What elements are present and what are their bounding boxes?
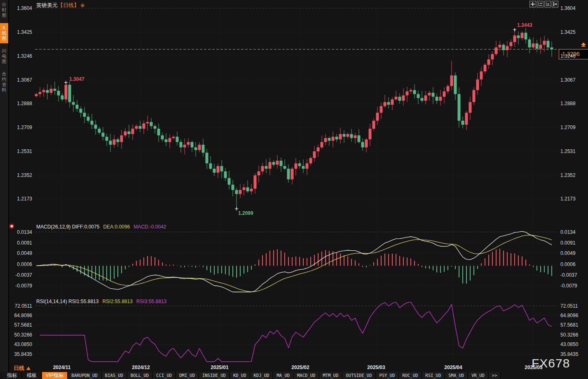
axis-tick-label: 1.2173: [560, 196, 576, 202]
axis-tick-label: 1.3246: [560, 53, 576, 59]
toolbar-button-cciud[interactable]: CCI_UD: [153, 372, 176, 379]
axis-tick-label: 1.2352: [560, 172, 576, 178]
axis-tick-label: 50.3266: [8, 332, 32, 338]
toolbar-button-biasud[interactable]: BIAS_UD: [102, 372, 127, 379]
price-extreme-label: 1.3047: [69, 76, 84, 82]
axis-tick-label: -0.0037: [8, 272, 32, 278]
toolbar-button-kdud[interactable]: KD_UD: [230, 372, 251, 379]
axis-tick-label: 1.2888: [8, 101, 32, 106]
toolbar-button-bollud[interactable]: BOLL_UD: [127, 372, 153, 379]
candlestick-chart[interactable]: [0, 0, 588, 379]
axis-tick-label: 1.3604: [560, 5, 576, 11]
axis-tick-label: 1.2888: [560, 101, 576, 106]
axis-tick-label: 0.0049: [560, 250, 576, 256]
axis-tick-label: 50.3266: [560, 332, 578, 338]
axis-tick-label: 1.2709: [560, 125, 576, 130]
toolbar-button-mtmud[interactable]: MTM_UD: [319, 372, 342, 379]
axis-tick-label: 1.3246: [8, 53, 32, 59]
toolbar-button-[interactable]: 模板: [22, 372, 42, 379]
toolbar-button-barupdnud[interactable]: BARUPDN_UD: [68, 372, 101, 379]
axis-tick-label: 1.3425: [560, 29, 576, 35]
axis-tick-label: -0.0037: [560, 272, 577, 278]
timeframe-label: 日线: [14, 365, 24, 371]
toolbar-button-insideud[interactable]: INSIDE_UD: [199, 372, 230, 379]
axis-tick-label: -0.0079: [560, 283, 577, 289]
axis-tick-label: 43.0850: [560, 341, 578, 347]
axis-tick-label: 57.5681: [8, 322, 32, 328]
axis-tick-label: 0.0006: [560, 261, 576, 267]
axis-tick-label: 35.8435: [8, 351, 32, 357]
macd-header: MACD(26,12,9) DIFF:0.0075DEA:0.0096MACD:…: [36, 224, 170, 230]
indicator-value-label: MACD(26,12,9) DIFF:0.0075: [36, 224, 99, 230]
toolbar-button-vrud[interactable]: VR_UD: [468, 372, 489, 379]
month-label: 2024/11: [47, 365, 76, 370]
toolbar-button-macdud[interactable]: MACD_UD: [294, 372, 319, 379]
toolbar-button-dmiud[interactable]: DMI_UD: [176, 372, 199, 379]
month-label: 2024/12: [127, 365, 155, 370]
axis-tick-label: -0.0079: [8, 283, 32, 289]
axis-tick-label: 1.3067: [560, 77, 576, 83]
axis-tick-label: 1.3067: [8, 77, 32, 83]
axis-tick-label: 0.0049: [8, 250, 32, 256]
month-label: 2025/03: [362, 365, 391, 370]
axis-tick-label: 1.2531: [560, 148, 576, 154]
month-label: 2025/02: [286, 365, 315, 370]
timeframe-selector[interactable]: 日线: [14, 365, 30, 372]
toolbar-button-maud[interactable]: MA_UD: [273, 372, 294, 379]
indicator-toolbar: 指标模板VIP指标BARUPDN_UDBIAS_UDBOLL_UDCCI_UDD…: [0, 372, 588, 379]
price-extreme-label: 1.2099: [238, 210, 253, 216]
toolbar-button-rsiud[interactable]: RSI_UD: [422, 372, 445, 379]
axis-tick-label: 1.2531: [8, 148, 32, 154]
axis-tick-label: 1.2173: [8, 196, 32, 202]
axis-tick-label: 72.0511: [8, 303, 32, 309]
axis-tick-label: 0.0134: [8, 229, 32, 235]
axis-tick-label: 0.0006: [8, 261, 32, 267]
indicator-value-label: RSI2:55.8813: [102, 299, 132, 304]
rsi-header: RSI(14,14,14) RSI1:55.8813RSI2:55.8813RS…: [36, 299, 170, 304]
axis-tick-label: 0.0134: [560, 229, 576, 235]
axis-tick-label: 43.0850: [8, 341, 32, 347]
month-label: 2025/01: [205, 365, 234, 370]
price-extreme-label: 1.3443: [517, 22, 532, 28]
axis-tick-label: 1.3425: [8, 29, 32, 35]
indicator-value-label: RSI3:55.8813: [136, 299, 166, 304]
axis-tick-label: 1.2352: [8, 172, 32, 178]
toolbar-button-outsideud[interactable]: OUTSIDE_UD: [342, 372, 376, 379]
timeframe-dropdown-icon: [26, 367, 30, 370]
toolbar-button-rocud[interactable]: ROC_UD: [399, 372, 422, 379]
axis-tick-label: 0.0091: [8, 240, 32, 246]
axis-tick-label: 57.5681: [560, 322, 578, 328]
indicator-value-label: DEA:0.0096: [103, 224, 130, 230]
axis-tick-label: 64.8096: [8, 313, 32, 318]
toolbar-button-[interactable]: 指标: [2, 372, 22, 379]
indicator-value-label: RSI(14,14,14) RSI1:55.8813: [36, 299, 98, 304]
axis-tick-label: 1.3604: [8, 5, 32, 11]
toolbar-button-[interactable]: >>: [489, 372, 501, 379]
indicator-value-label: MACD:-0.0042: [134, 224, 166, 230]
time-axis: 2024/112024/122025/012025/022025/032025/…: [0, 364, 588, 372]
trading-terminal: 分 时 图K 线 图闪 电 图合 约 资 料 英镑美元【日线】⊕ MACD(26…: [0, 0, 588, 379]
month-label: 2025/04: [439, 365, 468, 370]
toolbar-button-smaud[interactable]: SMA_UD: [445, 372, 468, 379]
macd-indicator-dot-icon[interactable]: [10, 224, 14, 228]
toolbar-button-psyud[interactable]: PSY_UD: [376, 372, 399, 379]
axis-tick-label: 72.0511: [560, 303, 578, 309]
toolbar-button-vip[interactable]: VIP指标: [42, 372, 68, 379]
fx678-watermark: FX678: [532, 356, 570, 370]
toolbar-button-kdjud[interactable]: KDJ_UD: [250, 372, 273, 379]
axis-tick-label: 1.2709: [8, 125, 32, 130]
axis-tick-label: 0.0091: [560, 240, 576, 246]
axis-tick-label: 64.8096: [560, 313, 578, 318]
